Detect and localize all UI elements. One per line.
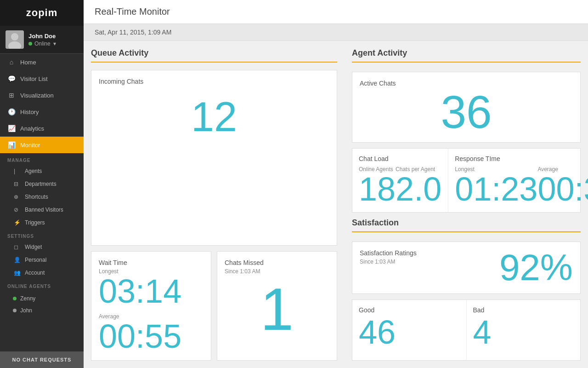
agent-status-dot-zenny — [13, 297, 17, 300]
nav-item-monitor[interactable]: 📊 Monitor — [0, 137, 84, 153]
satisfaction-ratings-title: Satisfaction Ratings — [360, 249, 499, 257]
monitor-icon: 📊 — [7, 141, 16, 149]
page-title: Real-Time Monitor — [95, 6, 577, 17]
user-status: Online ▾ — [28, 40, 78, 47]
agent-activity-panel: Agent Activity Active Chats 36 Chat Load… — [345, 41, 588, 368]
sidebar-item-account[interactable]: 👥 Account — [0, 266, 84, 279]
shortcuts-label: Shortcuts — [25, 194, 48, 200]
chat-icon: 💬 — [7, 75, 16, 82]
widget-label: Widget — [25, 244, 42, 250]
no-chat-requests[interactable]: NO CHAT REQUESTS — [0, 351, 84, 368]
nav-item-visualization[interactable]: ⊞ Visualization — [0, 87, 84, 104]
response-average-value: 00:38 — [537, 172, 588, 206]
sidebar: zopim John Doe Online ▾ ⌂ Home 💬 Visitor… — [0, 0, 84, 368]
departments-label: Departments — [25, 181, 57, 187]
user-info: John Doe Online ▾ — [28, 33, 78, 47]
logo: zopim — [0, 0, 84, 26]
chat-load-response-card: Chat Load Online Agents 18 Chats per Age… — [352, 148, 581, 213]
status-text: Online — [34, 40, 51, 47]
nav-label-visitor-list: Visitor List — [20, 75, 48, 82]
main-content: Real-Time Monitor Sat, Apr 11, 2015, 1:0… — [84, 0, 588, 368]
chats-per-agent-value: 2.0 — [396, 172, 441, 206]
chats-per-agent-col: Chats per Agent 2.0 — [396, 164, 441, 206]
chat-load-title: Chat Load — [359, 155, 441, 162]
satisfaction-card: Satisfaction Ratings Since 1:03 AM 92% — [352, 242, 581, 294]
nav-label-visualization: Visualization — [20, 92, 54, 99]
incoming-chats-title: Incoming Chats — [99, 78, 329, 85]
personal-icon: 👤 — [14, 257, 21, 263]
satisfaction-header: Satisfaction — [352, 218, 581, 232]
manage-label: MANAGE — [0, 153, 84, 165]
nav-label-home: Home — [20, 59, 36, 66]
nav-item-visitor-list[interactable]: 💬 Visitor List — [0, 70, 84, 87]
sidebar-item-departments[interactable]: ⊟ Departments — [0, 178, 84, 190]
chats-missed-since: Since 1:03 AM — [225, 268, 329, 275]
agent-name-zenny: Zenny — [20, 295, 35, 302]
satisfaction-since-label: Since 1:03 AM — [360, 259, 499, 265]
good-label: Good — [359, 306, 460, 314]
departments-icon: ⊟ — [14, 181, 21, 187]
wait-time-card: Wait Time Longest 03:14 Average 00:55 — [91, 251, 211, 361]
response-longest-value: 01:23 — [455, 172, 537, 206]
response-time-metrics: Longest 01:23 Average 00:38 — [455, 164, 588, 206]
analytics-icon: 📈 — [7, 125, 16, 132]
chevron-down-icon[interactable]: ▾ — [53, 40, 56, 47]
response-longest-col: Longest 01:23 — [455, 164, 537, 206]
good-bad-card: Good 46 Bad 4 — [352, 299, 581, 361]
satisfaction-row: Satisfaction Ratings Since 1:03 AM 92% — [360, 249, 573, 286]
nav-item-history[interactable]: 🕐 History — [0, 104, 84, 120]
bottom-cards: Wait Time Longest 03:14 Average 00:55 Ch… — [91, 251, 337, 361]
chats-missed-value: 1 — [225, 275, 329, 344]
top-header: Real-Time Monitor — [84, 0, 588, 24]
account-icon: 👥 — [14, 270, 21, 276]
response-average-col: Average 00:38 — [537, 164, 588, 206]
chat-load-metrics: Online Agents 18 Chats per Agent 2.0 — [359, 164, 441, 206]
satisfaction-value: 92% — [499, 249, 573, 286]
sidebar-item-personal[interactable]: 👤 Personal — [0, 253, 84, 266]
online-agents-label: ONLINE AGENTS — [0, 279, 84, 291]
agent-item-zenny: Zenny — [0, 293, 84, 305]
nav-item-home[interactable]: ⌂ Home — [0, 54, 84, 70]
response-time-section: Response TIme Longest 01:23 Average 00:3… — [448, 149, 588, 212]
agent-name-john: John — [20, 307, 32, 314]
widget-icon: ◻ — [14, 244, 21, 250]
nav-label-analytics: Analytics — [20, 125, 44, 132]
bad-section: Bad 4 — [467, 300, 581, 360]
content-area: Queue Activity Incoming Chats 12 Wait Ti… — [84, 41, 588, 368]
online-agents-col: Online Agents 18 — [359, 164, 396, 206]
online-agents-list: Zenny John — [0, 293, 84, 316]
bad-label: Bad — [473, 306, 574, 314]
good-section: Good 46 — [352, 300, 467, 360]
triggers-label: Triggers — [25, 219, 45, 226]
sidebar-item-widget[interactable]: ◻ Widget — [0, 241, 84, 253]
agents-label: Agents — [25, 168, 42, 174]
triggers-icon: ⚡ — [14, 219, 21, 226]
logo-text: zopim — [26, 7, 58, 19]
wait-time-average-value: 00:55 — [99, 320, 204, 353]
agent-activity-header: Agent Activity — [352, 48, 581, 63]
chats-missed-card: Chats Missed Since 1:03 AM 1 — [217, 251, 337, 361]
nav-item-analytics[interactable]: 📈 Analytics — [0, 120, 84, 137]
agent-item-john: John — [0, 305, 84, 316]
avatar — [6, 30, 24, 49]
sidebar-item-shortcuts[interactable]: ⊕ Shortcuts — [0, 190, 84, 203]
incoming-chats-card: Incoming Chats 12 — [91, 70, 337, 246]
agents-icon: | — [14, 168, 21, 174]
banned-icon: ⊘ — [14, 207, 21, 213]
wait-time-title: Wait Time — [99, 259, 204, 266]
sidebar-item-triggers[interactable]: ⚡ Triggers — [0, 216, 84, 229]
status-dot — [28, 42, 32, 46]
active-chats-value: 36 — [360, 89, 573, 135]
account-label: Account — [25, 270, 45, 276]
bad-value: 4 — [473, 316, 574, 349]
active-chats-card: Active Chats 36 — [352, 72, 581, 143]
personal-label: Personal — [25, 257, 46, 263]
user-name: John Doe — [28, 33, 78, 40]
sidebar-item-agents[interactable]: | Agents — [0, 165, 84, 178]
incoming-chats-value: 12 — [99, 87, 329, 147]
user-section[interactable]: John Doe Online ▾ — [0, 26, 84, 54]
response-time-title: Response TIme — [455, 155, 588, 162]
datetime-bar: Sat, Apr 11, 2015, 1:09 AM — [84, 24, 588, 41]
nav-label-monitor: Monitor — [20, 142, 40, 149]
sidebar-item-banned-visitors[interactable]: ⊘ Banned Visitors — [0, 203, 84, 216]
